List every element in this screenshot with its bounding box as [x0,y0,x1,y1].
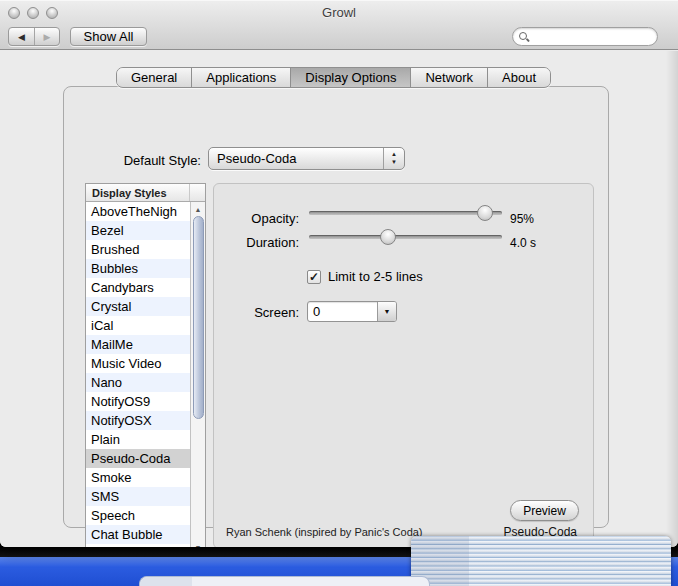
list-item[interactable]: AboveTheNigh [86,202,190,221]
window-title: Growl [0,5,678,20]
show-all-button[interactable]: Show All [70,27,147,46]
tab-general[interactable]: General [117,68,191,87]
list-item[interactable]: Music Video [86,354,190,373]
desktop-background [0,547,678,586]
limit-lines-checkbox[interactable]: ✓ [307,270,321,284]
duration-slider-knob[interactable] [380,229,396,245]
screen-label: Screen: [214,305,299,320]
default-style-popup[interactable]: Pseudo-Coda ▲ ▼ [208,147,405,170]
list-header[interactable]: Display Styles [86,184,205,202]
stepper-down-icon: ▼ [391,159,397,166]
style-credit-text: Ryan Schenk (inspired by Panic's Coda) [226,526,423,538]
list-item[interactable]: Crystal [86,297,190,316]
display-options-panel: Default Style: Pseudo-Coda ▲ ▼ Display S… [63,86,609,528]
window-body: GeneralApplicationsDisplay OptionsNetwor… [0,51,678,547]
style-options-panel: Opacity: 95% Duration: 4.0 s ✓ Limit [213,183,594,547]
scroll-up-icon[interactable]: ▲ [191,203,205,215]
scroll-down-icon[interactable]: ▼ [191,541,205,547]
default-style-value: Pseudo-Coda [209,151,383,166]
default-style-label: Default Style: [64,153,201,168]
opacity-label: Opacity: [214,211,299,226]
tab-applications[interactable]: Applications [191,68,290,87]
list-item[interactable]: Bubbles [86,259,190,278]
combo-arrow-icon[interactable]: ▼ [377,302,396,321]
forward-button[interactable]: ▶ [34,28,59,45]
search-field[interactable] [512,27,658,46]
list-item[interactable]: Chat Bubble [86,525,190,544]
list-item[interactable]: Smoke [86,468,190,487]
list-item[interactable]: Pseudo-Coda [86,449,190,468]
list-item[interactable]: Brushed [86,240,190,259]
rising-notification-window [139,576,430,586]
growl-preferences-window: Growl ◀ ▶ Show All GeneralApplicationsDi… [0,0,678,547]
popup-stepper-icon: ▲ ▼ [383,148,404,169]
opacity-slider-knob[interactable] [477,205,493,221]
list-header-label: Display Styles [86,187,189,199]
list-item[interactable]: Nano [86,373,190,392]
list-header-spacer [189,184,205,201]
tab-display-options[interactable]: Display Options [290,68,410,87]
screen-combo[interactable]: 0 ▼ [307,301,397,322]
list-item[interactable]: Speech [86,506,190,525]
display-styles-list: Display Styles AboveTheNighBezelBrushedB… [85,183,206,547]
list-item[interactable]: NotifyOS9 [86,392,190,411]
list-item[interactable]: MailMe [86,335,190,354]
list-item[interactable]: Smokestack [86,544,190,547]
opacity-slider[interactable] [309,205,502,221]
list-item[interactable]: SMS [86,487,190,506]
list-item[interactable]: NotifyOSX [86,411,190,430]
limit-lines-label: Limit to 2-5 lines [328,269,423,284]
style-list-rows: AboveTheNighBezelBrushedBubblesCandybars… [86,202,190,547]
duration-label: Duration: [214,235,299,250]
duration-slider[interactable] [309,229,502,245]
search-icon [518,31,529,42]
preview-button[interactable]: Preview [510,500,579,521]
stacked-notification-windows [411,536,671,586]
tab-about[interactable]: About [487,68,550,87]
opacity-slider-track [309,211,502,215]
back-button[interactable]: ◀ [9,28,34,45]
list-item[interactable]: Bezel [86,221,190,240]
opacity-value: 95% [510,212,534,226]
scrollbar-thumb[interactable] [193,216,204,419]
tab-network[interactable]: Network [410,68,487,87]
search-input[interactable] [532,30,650,44]
list-item[interactable]: Plain [86,430,190,449]
window-chrome: Growl ◀ ▶ Show All [0,0,678,50]
screen: Growl ◀ ▶ Show All GeneralApplicationsDi… [0,0,678,586]
screen-value: 0 [308,302,377,321]
list-item[interactable]: Candybars [86,278,190,297]
nav-buttons: ◀ ▶ [8,27,60,46]
duration-slider-track [309,235,502,239]
stepper-up-icon: ▲ [391,151,397,158]
tab-strip: GeneralApplicationsDisplay OptionsNetwor… [116,67,551,88]
list-item[interactable]: iCal [86,316,190,335]
list-scrollbar[interactable]: ▲ ▼ [190,202,205,547]
limit-lines-row: ✓ Limit to 2-5 lines [307,269,423,284]
duration-value: 4.0 s [510,236,536,250]
